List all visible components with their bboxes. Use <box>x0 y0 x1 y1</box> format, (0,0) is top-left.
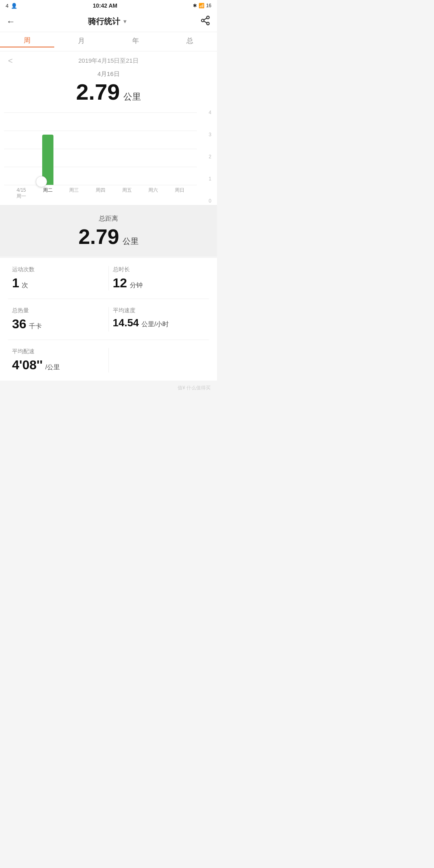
stats-row-2: 总热量 36 千卡 平均速度 14.54 公里/小时 <box>8 299 209 340</box>
y-label-4: 4 <box>209 110 211 115</box>
bluetooth-icon: ✱ <box>193 3 197 8</box>
avg-speed-unit: 公里/小时 <box>141 321 169 328</box>
tab-year[interactable]: 年 <box>108 36 163 47</box>
exercise-count-value-row: 1 次 <box>12 276 104 291</box>
stat-avg-speed: 平均速度 14.54 公里/小时 <box>109 307 209 332</box>
total-time-label: 总时长 <box>113 266 205 273</box>
avg-speed-number: 14.54 <box>113 317 139 329</box>
battery-value: 16 <box>206 3 211 8</box>
prev-date-button[interactable]: < <box>8 56 13 66</box>
y-label-1: 1 <box>209 176 211 182</box>
avg-speed-label: 平均速度 <box>113 307 205 314</box>
person-icon: 👤 <box>11 3 17 9</box>
signal-icon: 📶 <box>199 3 205 8</box>
total-time-value-row: 12 分钟 <box>113 276 205 291</box>
total-time-unit: 分钟 <box>130 282 143 289</box>
x-label-wed: 周三 <box>61 187 87 194</box>
status-number: 4 <box>6 3 8 9</box>
tab-week[interactable]: 周 <box>0 36 54 47</box>
calories-number: 36 <box>12 317 27 331</box>
stats-row-3: 平均配速 4'08'' /公里 <box>8 340 209 381</box>
x-label-thu: 周四 <box>87 187 114 194</box>
exercise-count-number: 1 <box>12 276 19 290</box>
exercise-count-unit: 次 <box>22 282 28 289</box>
calories-value-row: 36 千卡 <box>12 317 104 332</box>
top-nav: ← 骑行统计 ▼ <box>0 11 217 32</box>
status-time: 10:42 AM <box>93 2 117 9</box>
stats-row-1: 运动次数 1 次 总时长 12 分钟 <box>8 258 209 299</box>
x-label-mon: 4/15周一 <box>8 187 35 200</box>
total-time-number: 12 <box>113 276 127 290</box>
main-distance-number: 2.79 <box>76 79 120 104</box>
avg-speed-value-row: 14.54 公里/小时 <box>113 317 205 329</box>
back-button[interactable]: ← <box>6 16 15 27</box>
status-left: 4 👤 <box>6 3 17 9</box>
avg-pace-value-row: 4'08'' /公里 <box>12 358 104 373</box>
tab-total[interactable]: 总 <box>163 36 217 47</box>
x-label-sat: 周六 <box>140 187 167 194</box>
date-range: 2019年4月15日至21日 <box>78 57 139 65</box>
tab-month[interactable]: 月 <box>54 36 108 47</box>
selected-date-label: 4月16日 <box>0 70 217 78</box>
selector-dot <box>36 176 47 187</box>
avg-pace-number: 4'08'' <box>12 358 43 372</box>
y-label-2: 2 <box>209 154 211 160</box>
y-label-0: 0 <box>209 198 211 204</box>
svg-line-4 <box>204 18 207 20</box>
total-distance-block: 总距离 2.79 公里 <box>0 205 217 256</box>
bar-area <box>4 113 197 185</box>
share-button[interactable] <box>200 15 211 28</box>
svg-line-3 <box>204 21 207 23</box>
page-title: 骑行统计 ▼ <box>88 16 128 27</box>
chart-section: 4 3 2 1 0 <box>0 113 217 205</box>
x-label-sun: 周日 <box>166 187 193 194</box>
y-label-3: 3 <box>209 132 211 137</box>
bar-chart: 4 3 2 1 0 <box>4 113 213 201</box>
title-text: 骑行统计 <box>88 16 120 27</box>
stat-empty <box>109 348 209 373</box>
calories-label: 总热量 <box>12 307 104 314</box>
calories-unit: 千卡 <box>29 323 42 330</box>
x-labels: 4/15周一 周二 周三 周四 周五 周六 周日 <box>4 185 197 201</box>
chevron-down-icon[interactable]: ▼ <box>123 18 128 25</box>
main-distance-value-row: 2.79 公里 <box>0 80 217 104</box>
stat-total-time: 总时长 12 分钟 <box>109 266 209 291</box>
main-distance-unit: 公里 <box>123 92 141 102</box>
avg-pace-label: 平均配速 <box>12 348 104 355</box>
status-bar: 4 👤 10:42 AM ✱ 📶 16 <box>0 0 217 11</box>
tab-bar: 周 月 年 总 <box>0 32 217 51</box>
x-label-tue: 周二 <box>35 187 61 194</box>
exercise-count-label: 运动次数 <box>12 266 104 273</box>
status-right: ✱ 📶 16 <box>193 3 211 8</box>
x-label-fri: 周五 <box>114 187 140 194</box>
stats-section: 总距离 2.79 公里 运动次数 1 次 总时长 12 分钟 <box>0 205 217 381</box>
stat-avg-pace: 平均配速 4'08'' /公里 <box>8 348 109 373</box>
main-distance-display: 4月16日 2.79 公里 <box>0 68 217 113</box>
stats-grid: 运动次数 1 次 总时长 12 分钟 总热量 36 千卡 <box>0 258 217 381</box>
avg-pace-unit: /公里 <box>45 364 60 371</box>
stat-calories: 总热量 36 千卡 <box>8 307 109 332</box>
total-distance-value: 2.79 <box>78 225 119 248</box>
total-distance-row: 2.79 公里 <box>0 225 217 248</box>
total-distance-label: 总距离 <box>0 215 217 223</box>
total-distance-unit: 公里 <box>123 237 139 246</box>
watermark: 值¥ 什么值得买 <box>0 381 217 399</box>
stat-exercise-count: 运动次数 1 次 <box>8 266 109 291</box>
date-nav: < 2019年4月15日至21日 <box>0 51 217 68</box>
